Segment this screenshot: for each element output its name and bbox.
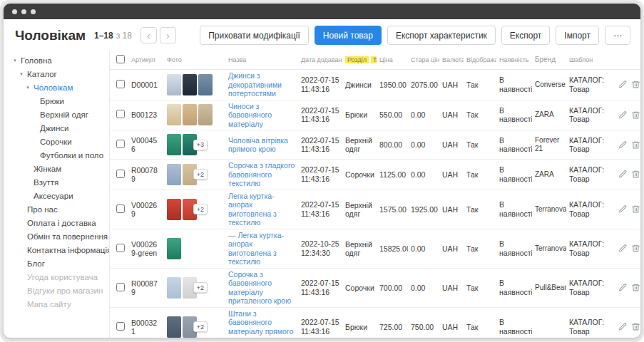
sidebar-item-oplata-i-dostavka[interactable]: Оплата і доставка bbox=[9, 216, 109, 229]
edit-icon[interactable] bbox=[618, 170, 628, 179]
next-page-button[interactable]: › bbox=[160, 27, 176, 43]
sidebar-item-aksesuary[interactable]: Аксесуари bbox=[9, 189, 109, 202]
sidebar-item-obmin-ta-povernennya[interactable]: Обмін та повернення bbox=[9, 229, 109, 243]
sidebar-item-dzhynsy[interactable]: Джинси bbox=[9, 121, 109, 135]
product-name-link[interactable]: Сорочка з гладкого бавовняного текстилю bbox=[228, 161, 295, 187]
sidebar-item-kataloh[interactable]: ▾ Каталог bbox=[9, 67, 109, 81]
product-name-link[interactable]: Легка куртка-анорак виготовлена з тексти… bbox=[228, 192, 277, 227]
toolbar: Чоловікам 1–18 з 18 ‹ › Приховати модифі… bbox=[4, 19, 640, 51]
column-header-date[interactable]: Дата додавання bbox=[298, 56, 342, 65]
row-checkbox[interactable] bbox=[116, 204, 125, 213]
edit-icon[interactable] bbox=[618, 110, 628, 120]
row-checkbox[interactable] bbox=[116, 170, 125, 178]
delete-icon[interactable] bbox=[631, 283, 640, 292]
product-photo-thumbnail[interactable] bbox=[167, 316, 181, 338]
column-header-brand[interactable]: Бренд bbox=[532, 56, 566, 64]
sidebar-item-zhinkam[interactable]: Жінкам bbox=[9, 162, 109, 175]
product-photo-thumbnail[interactable] bbox=[167, 164, 181, 185]
edit-icon[interactable] bbox=[618, 283, 628, 292]
more-photos-badge[interactable]: +2 bbox=[193, 321, 208, 332]
sort-icon[interactable]: ⇅ bbox=[371, 56, 377, 63]
row-availability: В наявності bbox=[496, 106, 532, 124]
window-minimize-button[interactable] bbox=[21, 9, 26, 14]
edit-icon[interactable] bbox=[618, 244, 628, 253]
sidebar-item-bryuky[interactable]: Брюки bbox=[9, 94, 109, 108]
column-header-section[interactable]: Розділ⇅ bbox=[342, 56, 377, 63]
edit-icon[interactable] bbox=[618, 80, 628, 89]
column-header-display[interactable]: Відображати bbox=[464, 56, 496, 63]
row-old-price: 0.00 bbox=[408, 244, 439, 253]
product-photo-thumbnail[interactable] bbox=[167, 74, 181, 95]
product-photo-thumbnail[interactable] bbox=[198, 104, 213, 125]
row-checkbox[interactable] bbox=[116, 80, 125, 88]
column-header-article[interactable]: Артикул bbox=[128, 56, 164, 63]
row-checkbox[interactable] bbox=[116, 110, 125, 118]
sidebar-item-verkhniy-odyah[interactable]: Верхній одяг bbox=[9, 108, 109, 121]
new-product-button[interactable]: Новий товар bbox=[315, 26, 382, 45]
sidebar-item-kontaktna-informatsiya[interactable]: Контактна інформація bbox=[9, 243, 109, 256]
column-header-template[interactable]: Шаблон bbox=[566, 56, 606, 65]
column-header-photo[interactable]: Фото bbox=[164, 56, 225, 63]
sidebar-item-mapa-saytu[interactable]: Мапа сайту bbox=[9, 297, 109, 311]
product-photo-thumbnail[interactable] bbox=[167, 277, 181, 299]
export-button[interactable]: Експорт bbox=[501, 26, 550, 45]
prev-page-button[interactable]: ‹ bbox=[140, 27, 157, 43]
column-header-name[interactable]: Назва bbox=[225, 56, 298, 65]
more-button[interactable]: ⋯ bbox=[605, 26, 630, 45]
product-name-link[interactable]: Джинси з декоративними потертостями bbox=[228, 71, 282, 98]
column-header-price[interactable]: Ціна bbox=[377, 56, 408, 63]
product-name-link[interactable]: Штани з бавовняного матеріалу прямого кр… bbox=[228, 309, 293, 338]
delete-icon[interactable] bbox=[631, 80, 640, 89]
select-all-checkbox[interactable] bbox=[116, 55, 125, 63]
product-name-link[interactable]: Чиноси з бавовняного матеріалу bbox=[228, 102, 272, 128]
delete-icon[interactable] bbox=[631, 110, 640, 120]
sidebar-item-pro-nas[interactable]: Про нас bbox=[9, 202, 109, 216]
sidebar-item-vzuttya[interactable]: Взуття bbox=[9, 175, 109, 189]
row-date: 2022-07-15 11:43:16 bbox=[298, 106, 342, 124]
delete-icon[interactable] bbox=[631, 170, 640, 179]
export-characteristics-button[interactable]: Експорт характеристик bbox=[387, 26, 496, 45]
row-checkbox[interactable] bbox=[116, 140, 125, 148]
window-close-button[interactable] bbox=[12, 9, 17, 14]
column-header-avail[interactable]: Наявність bbox=[496, 56, 532, 65]
sidebar-item-futbolky-i-polo[interactable]: Футболки и поло bbox=[9, 148, 109, 162]
product-photo-thumbnail[interactable] bbox=[167, 238, 181, 259]
sidebar-item-sorochky[interactable]: Сорочки bbox=[9, 135, 109, 148]
delete-icon[interactable] bbox=[631, 204, 640, 214]
sidebar-item-holovna[interactable]: ▾ Головна bbox=[9, 53, 109, 67]
sidebar-item-bloh[interactable]: Блог bbox=[9, 256, 109, 270]
product-photo-thumbnail[interactable] bbox=[183, 104, 197, 125]
sidebar-item-label: Футболки и поло bbox=[40, 151, 103, 160]
product-photo-thumbnail[interactable] bbox=[198, 74, 213, 95]
row-template: КАТАЛОГ: Товар bbox=[566, 76, 606, 93]
edit-icon[interactable] bbox=[618, 204, 628, 214]
row-photos bbox=[164, 104, 225, 125]
sidebar-item-uhoda-korystuvacha[interactable]: Угода користувача bbox=[9, 270, 109, 284]
product-photo-thumbnail[interactable] bbox=[167, 134, 181, 155]
window-zoom-button[interactable] bbox=[31, 9, 36, 14]
more-photos-badge[interactable]: +2 bbox=[193, 169, 208, 180]
product-name-link[interactable]: Чоловіча вітрівка прямого крою bbox=[228, 136, 288, 154]
column-header-oldprice[interactable]: Стара ціна bbox=[408, 56, 439, 63]
more-photos-badge[interactable]: +2 bbox=[193, 204, 208, 214]
sidebar-item-cholovikam[interactable]: ▾ Чоловікам bbox=[9, 81, 109, 94]
import-button[interactable]: Імпорт bbox=[556, 26, 599, 45]
edit-icon[interactable] bbox=[618, 140, 628, 150]
product-photo-thumbnail[interactable] bbox=[167, 199, 181, 220]
hide-modifications-button[interactable]: Приховати модифікації bbox=[200, 26, 309, 45]
sidebar-item-vidhuky-pro-mahazyn[interactable]: Відгуки про магазин bbox=[9, 284, 109, 297]
edit-icon[interactable] bbox=[618, 322, 628, 331]
product-photo-thumbnail[interactable] bbox=[183, 74, 197, 95]
delete-icon[interactable] bbox=[631, 140, 640, 150]
delete-icon[interactable] bbox=[631, 322, 640, 331]
sidebar-item-label: Каталог bbox=[27, 70, 57, 78]
row-checkbox[interactable] bbox=[116, 322, 125, 331]
row-checkbox[interactable] bbox=[116, 283, 125, 291]
column-header-currency[interactable]: Валюта bbox=[439, 56, 464, 63]
delete-icon[interactable] bbox=[631, 244, 640, 253]
more-photos-badge[interactable]: +3 bbox=[193, 140, 208, 150]
row-checkbox[interactable] bbox=[116, 244, 125, 252]
more-photos-badge[interactable]: +2 bbox=[193, 282, 208, 293]
product-name-link[interactable]: Сорочка з бавовняного матеріалу притален… bbox=[228, 270, 291, 306]
product-photo-thumbnail[interactable] bbox=[167, 104, 181, 125]
